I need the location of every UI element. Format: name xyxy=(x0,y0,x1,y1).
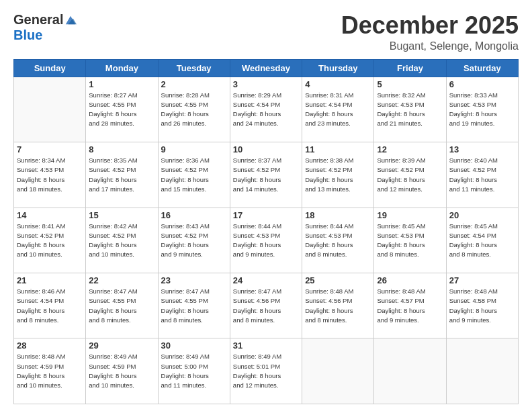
calendar-day-cell xyxy=(374,338,446,404)
calendar-day-cell xyxy=(14,77,86,142)
header: General Blue December 2025 Bugant, Selen… xyxy=(13,12,519,52)
day-number: 25 xyxy=(305,275,371,285)
day-info: Sunrise: 8:31 AM Sunset: 4:54 PM Dayligh… xyxy=(305,91,371,129)
page: General Blue December 2025 Bugant, Selen… xyxy=(0,0,532,411)
day-number: 26 xyxy=(377,275,443,285)
calendar-day-header: Thursday xyxy=(302,59,374,77)
calendar-week-row: 14Sunrise: 8:41 AM Sunset: 4:52 PM Dayli… xyxy=(14,208,519,273)
logo: General Blue xyxy=(13,12,77,43)
logo-blue-text: Blue xyxy=(13,28,42,43)
day-info: Sunrise: 8:45 AM Sunset: 4:54 PM Dayligh… xyxy=(449,222,515,260)
calendar-day-header: Wednesday xyxy=(230,59,302,77)
day-info: Sunrise: 8:44 AM Sunset: 4:53 PM Dayligh… xyxy=(305,222,371,260)
day-number: 28 xyxy=(17,340,83,351)
calendar-day-cell xyxy=(446,338,518,404)
day-number: 6 xyxy=(449,79,515,89)
day-info: Sunrise: 8:36 AM Sunset: 4:52 PM Dayligh… xyxy=(161,156,227,194)
day-info: Sunrise: 8:43 AM Sunset: 4:52 PM Dayligh… xyxy=(161,222,227,260)
calendar-day-cell: 17Sunrise: 8:44 AM Sunset: 4:53 PM Dayli… xyxy=(230,208,302,273)
calendar-day-cell: 8Sunrise: 8:35 AM Sunset: 4:52 PM Daylig… xyxy=(86,142,158,208)
calendar-week-row: 1Sunrise: 8:27 AM Sunset: 4:55 PM Daylig… xyxy=(14,77,519,142)
day-info: Sunrise: 8:46 AM Sunset: 4:54 PM Dayligh… xyxy=(17,287,83,325)
day-info: Sunrise: 8:49 AM Sunset: 4:59 PM Dayligh… xyxy=(89,352,154,390)
calendar-day-cell: 12Sunrise: 8:39 AM Sunset: 4:52 PM Dayli… xyxy=(374,142,446,208)
day-number: 3 xyxy=(233,79,299,89)
day-number: 9 xyxy=(161,144,227,154)
day-info: Sunrise: 8:39 AM Sunset: 4:52 PM Dayligh… xyxy=(377,156,443,194)
day-info: Sunrise: 8:27 AM Sunset: 4:55 PM Dayligh… xyxy=(89,91,154,129)
calendar-day-cell: 4Sunrise: 8:31 AM Sunset: 4:54 PM Daylig… xyxy=(302,77,374,142)
day-info: Sunrise: 8:49 AM Sunset: 5:00 PM Dayligh… xyxy=(161,352,227,390)
day-info: Sunrise: 8:48 AM Sunset: 4:56 PM Dayligh… xyxy=(305,287,371,325)
calendar-day-cell: 28Sunrise: 8:48 AM Sunset: 4:59 PM Dayli… xyxy=(14,338,86,404)
day-number: 18 xyxy=(305,210,371,220)
day-number: 30 xyxy=(161,340,227,351)
day-info: Sunrise: 8:29 AM Sunset: 4:54 PM Dayligh… xyxy=(233,91,299,129)
day-info: Sunrise: 8:44 AM Sunset: 4:53 PM Dayligh… xyxy=(233,222,299,260)
day-number: 11 xyxy=(305,144,371,154)
day-number: 1 xyxy=(89,79,154,89)
calendar-day-cell: 2Sunrise: 8:28 AM Sunset: 4:55 PM Daylig… xyxy=(158,77,230,142)
logo-text: General xyxy=(13,12,77,28)
day-info: Sunrise: 8:41 AM Sunset: 4:52 PM Dayligh… xyxy=(17,222,83,260)
calendar-day-header: Friday xyxy=(374,59,446,77)
day-number: 7 xyxy=(17,144,83,154)
calendar-day-header: Monday xyxy=(86,59,158,77)
calendar-day-cell: 1Sunrise: 8:27 AM Sunset: 4:55 PM Daylig… xyxy=(86,77,158,142)
day-number: 17 xyxy=(233,210,299,220)
day-number: 16 xyxy=(161,210,227,220)
calendar-day-header: Tuesday xyxy=(158,59,230,77)
day-number: 27 xyxy=(449,275,515,285)
calendar-week-row: 21Sunrise: 8:46 AM Sunset: 4:54 PM Dayli… xyxy=(14,273,519,338)
location-subtitle: Bugant, Selenge, Mongolia xyxy=(341,40,519,52)
day-number: 14 xyxy=(17,210,83,220)
day-number: 24 xyxy=(233,275,299,285)
day-number: 15 xyxy=(89,210,154,220)
month-title: December 2025 xyxy=(341,12,519,39)
day-info: Sunrise: 8:48 AM Sunset: 4:58 PM Dayligh… xyxy=(449,287,515,325)
day-info: Sunrise: 8:34 AM Sunset: 4:53 PM Dayligh… xyxy=(17,156,83,194)
day-number: 29 xyxy=(89,340,154,351)
day-info: Sunrise: 8:35 AM Sunset: 4:52 PM Dayligh… xyxy=(89,156,154,194)
calendar-day-cell: 21Sunrise: 8:46 AM Sunset: 4:54 PM Dayli… xyxy=(14,273,86,338)
calendar-day-cell: 30Sunrise: 8:49 AM Sunset: 5:00 PM Dayli… xyxy=(158,338,230,404)
day-number: 19 xyxy=(377,210,443,220)
day-info: Sunrise: 8:48 AM Sunset: 4:59 PM Dayligh… xyxy=(17,352,83,390)
calendar-day-cell: 14Sunrise: 8:41 AM Sunset: 4:52 PM Dayli… xyxy=(14,208,86,273)
day-number: 21 xyxy=(17,275,83,285)
calendar-day-cell: 20Sunrise: 8:45 AM Sunset: 4:54 PM Dayli… xyxy=(446,208,518,273)
day-number: 5 xyxy=(377,79,443,89)
calendar-day-cell: 9Sunrise: 8:36 AM Sunset: 4:52 PM Daylig… xyxy=(158,142,230,208)
calendar-day-cell: 31Sunrise: 8:49 AM Sunset: 5:01 PM Dayli… xyxy=(230,338,302,404)
day-number: 12 xyxy=(377,144,443,154)
calendar-day-cell: 10Sunrise: 8:37 AM Sunset: 4:52 PM Dayli… xyxy=(230,142,302,208)
day-number: 13 xyxy=(449,144,515,154)
calendar-day-cell: 7Sunrise: 8:34 AM Sunset: 4:53 PM Daylig… xyxy=(14,142,86,208)
day-info: Sunrise: 8:38 AM Sunset: 4:52 PM Dayligh… xyxy=(305,156,371,194)
calendar-day-cell: 3Sunrise: 8:29 AM Sunset: 4:54 PM Daylig… xyxy=(230,77,302,142)
calendar-day-cell: 15Sunrise: 8:42 AM Sunset: 4:52 PM Dayli… xyxy=(86,208,158,273)
calendar-day-cell: 19Sunrise: 8:45 AM Sunset: 4:53 PM Dayli… xyxy=(374,208,446,273)
day-info: Sunrise: 8:49 AM Sunset: 5:01 PM Dayligh… xyxy=(233,352,299,390)
day-info: Sunrise: 8:37 AM Sunset: 4:52 PM Dayligh… xyxy=(233,156,299,194)
day-number: 23 xyxy=(161,275,227,285)
calendar-day-cell: 23Sunrise: 8:47 AM Sunset: 4:55 PM Dayli… xyxy=(158,273,230,338)
day-info: Sunrise: 8:42 AM Sunset: 4:52 PM Dayligh… xyxy=(89,222,154,260)
day-info: Sunrise: 8:32 AM Sunset: 4:53 PM Dayligh… xyxy=(377,91,443,129)
calendar-week-row: 28Sunrise: 8:48 AM Sunset: 4:59 PM Dayli… xyxy=(14,338,519,404)
calendar-header-row: SundayMondayTuesdayWednesdayThursdayFrid… xyxy=(14,59,519,77)
calendar-day-cell: 26Sunrise: 8:48 AM Sunset: 4:57 PM Dayli… xyxy=(374,273,446,338)
calendar-day-cell: 27Sunrise: 8:48 AM Sunset: 4:58 PM Dayli… xyxy=(446,273,518,338)
day-info: Sunrise: 8:33 AM Sunset: 4:53 PM Dayligh… xyxy=(449,91,515,129)
calendar-week-row: 7Sunrise: 8:34 AM Sunset: 4:53 PM Daylig… xyxy=(14,142,519,208)
day-number: 10 xyxy=(233,144,299,154)
calendar-day-cell: 5Sunrise: 8:32 AM Sunset: 4:53 PM Daylig… xyxy=(374,77,446,142)
calendar-day-header: Saturday xyxy=(446,59,518,77)
title-block: December 2025 Bugant, Selenge, Mongolia xyxy=(341,12,519,52)
day-number: 20 xyxy=(449,210,515,220)
day-number: 8 xyxy=(89,144,154,154)
day-info: Sunrise: 8:40 AM Sunset: 4:52 PM Dayligh… xyxy=(449,156,515,194)
calendar-day-cell: 18Sunrise: 8:44 AM Sunset: 4:53 PM Dayli… xyxy=(302,208,374,273)
day-info: Sunrise: 8:48 AM Sunset: 4:57 PM Dayligh… xyxy=(377,287,443,325)
day-number: 22 xyxy=(89,275,154,285)
